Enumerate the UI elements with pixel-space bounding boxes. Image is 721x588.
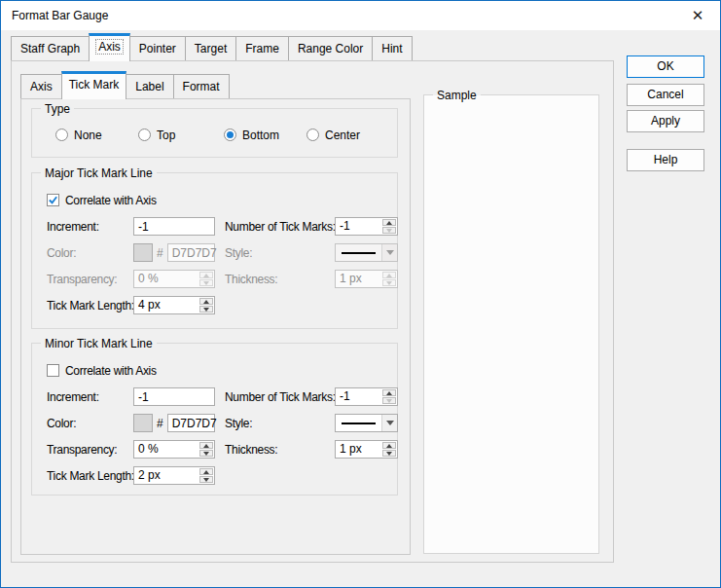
major-num-ticks-spinner[interactable]: -1 [335, 217, 398, 236]
line-style-preview [342, 423, 376, 424]
major-tick-length-spinner[interactable]: 4 px [133, 296, 215, 314]
minor-color-row: Color: # D7D7D7 [47, 414, 215, 432]
spinner-down-icon[interactable] [199, 476, 213, 483]
spinner-down-icon [382, 279, 396, 286]
subtab-label[interactable]: Label [126, 74, 173, 98]
tab-staff-graph[interactable]: Staff Graph [11, 36, 90, 60]
minor-tick-mark-group: Minor Tick Mark Line Correlate with Axis… [31, 343, 398, 496]
minor-increment-input[interactable]: -1 [133, 387, 215, 406]
spinner-up-icon[interactable] [382, 219, 396, 226]
cancel-button[interactable]: Cancel [627, 84, 704, 106]
spinner-up-icon[interactable] [382, 389, 396, 396]
radio-top-circle[interactable] [138, 129, 151, 141]
spinner-up-icon[interactable] [199, 442, 213, 449]
radio-bottom-circle[interactable] [224, 129, 236, 141]
minor-correlate-checkbox[interactable] [47, 364, 59, 377]
tab-target[interactable]: Target [185, 36, 236, 60]
main-tab-strip: Staff Graph Axis Pointer Target Frame Ra… [11, 33, 412, 60]
window-title: Format Bar Gauge [12, 1, 108, 30]
spinner-up-icon [382, 272, 396, 278]
minor-tick-length-spinner[interactable]: 2 px [133, 466, 215, 485]
line-style-preview [342, 252, 376, 254]
apply-button[interactable]: Apply [627, 110, 704, 132]
radio-top[interactable]: Top [138, 126, 175, 144]
minor-color-swatch[interactable] [133, 414, 153, 432]
major-correlate-checkbox[interactable] [47, 194, 59, 206]
sub-tab-strip: Axis Tick Mark Label Format [20, 71, 229, 98]
check-icon [48, 195, 58, 205]
tab-hint[interactable]: Hint [372, 36, 412, 60]
minor-correlate-row: Correlate with Axis [47, 361, 157, 380]
spinner-down-icon[interactable] [382, 450, 396, 457]
title-bar: Format Bar Gauge ✕ [1, 1, 720, 30]
major-thickness-spinner: 1 px [335, 270, 398, 288]
radio-none-circle[interactable] [55, 129, 68, 141]
spinner-up-icon[interactable] [199, 298, 213, 305]
major-color-hex-input: D7D7D7 [167, 243, 215, 262]
major-group-title: Major Tick Mark Line [41, 166, 157, 180]
major-tick-mark-group: Major Tick Mark Line Correlate with Axis… [31, 172, 398, 329]
chevron-down-icon[interactable] [381, 415, 397, 431]
major-increment-row: Increment: -1 [47, 217, 215, 236]
minor-num-ticks-row: Number of Tick Marks: -1 [225, 387, 398, 406]
subtab-axis[interactable]: Axis [20, 74, 62, 98]
subtab-tick-mark[interactable]: Tick Mark [61, 71, 127, 99]
sample-group-title: Sample [433, 89, 481, 102]
spinner-down-icon[interactable] [199, 450, 213, 457]
major-correlate-row: Correlate with Axis [47, 191, 157, 209]
spinner-down-icon[interactable] [382, 227, 396, 234]
minor-thickness-spinner[interactable]: 1 px [335, 440, 398, 459]
tab-range-color[interactable]: Range Color [288, 36, 373, 60]
radio-none[interactable]: None [55, 126, 102, 144]
help-button[interactable]: Help [627, 149, 704, 171]
minor-increment-row: Increment: -1 [47, 387, 215, 406]
ok-button[interactable]: OK [627, 55, 704, 78]
tab-axis[interactable]: Axis [89, 33, 130, 61]
subtab-format[interactable]: Format [173, 74, 230, 98]
major-increment-input[interactable]: -1 [133, 217, 215, 236]
spinner-up-icon[interactable] [382, 442, 396, 449]
major-style-dropdown [335, 243, 398, 262]
radio-center-circle[interactable] [306, 129, 319, 141]
major-transparency-spinner: 0 % [133, 270, 215, 288]
radio-center[interactable]: Center [306, 126, 360, 144]
major-style-row: Style: [225, 243, 398, 262]
spinner-down-icon[interactable] [382, 397, 396, 404]
major-num-ticks-row: Number of Tick Marks: -1 [225, 217, 398, 236]
format-bar-gauge-dialog: Format Bar Gauge ✕ Staff Graph Axis Poin… [0, 0, 721, 588]
spinner-up-icon[interactable] [199, 468, 213, 475]
spinner-down-icon [199, 279, 213, 286]
close-icon[interactable]: ✕ [681, 1, 714, 30]
radio-bottom[interactable]: Bottom [224, 126, 279, 144]
tab-frame[interactable]: Frame [235, 36, 289, 60]
minor-num-ticks-spinner[interactable]: -1 [335, 387, 398, 406]
minor-group-title: Minor Tick Mark Line [41, 337, 157, 350]
minor-tick-length-row: Tick Mark Length: 2 px [47, 466, 215, 485]
minor-transparency-row: Transparency: 0 % [47, 440, 215, 459]
major-thickness-row: Thickness: 1 px [225, 270, 398, 288]
minor-style-dropdown[interactable] [335, 414, 398, 432]
minor-color-hex-input[interactable]: D7D7D7 [167, 414, 215, 432]
spinner-up-icon [199, 272, 213, 278]
sample-preview-area: Sample [423, 94, 599, 554]
major-color-swatch [133, 243, 153, 262]
minor-transparency-spinner[interactable]: 0 % [133, 440, 215, 459]
tab-pointer[interactable]: Pointer [129, 36, 186, 60]
spinner-down-icon[interactable] [199, 306, 213, 312]
major-color-row: Color: # D7D7D7 [47, 243, 215, 262]
chevron-down-icon [381, 244, 397, 261]
major-transparency-row: Transparency: 0 % [47, 270, 215, 288]
type-group: Type None Top Bottom Center [31, 108, 398, 158]
type-group-title: Type [41, 102, 74, 116]
minor-style-row: Style: [225, 414, 398, 432]
minor-thickness-row: Thickness: 1 px [225, 440, 398, 459]
major-tick-length-row: Tick Mark Length: 4 px [47, 296, 215, 314]
